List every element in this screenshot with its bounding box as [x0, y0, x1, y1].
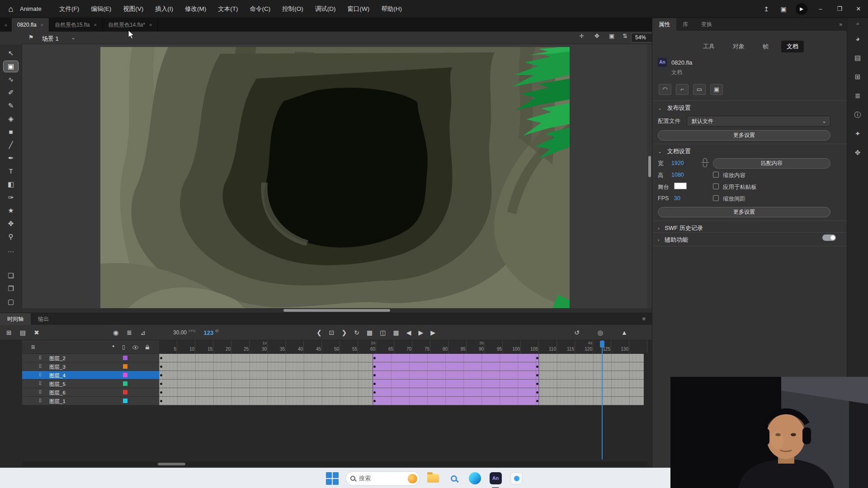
- share-icon[interactable]: ↥: [758, 5, 775, 13]
- color-wheel-icon[interactable]: ◕: [851, 33, 864, 45]
- layer-name[interactable]: 图层_3: [49, 364, 66, 371]
- profile-select[interactable]: 默认文件 ⌄: [687, 116, 830, 127]
- property-subtab[interactable]: 帧: [757, 41, 774, 52]
- layers-stack-icon[interactable]: ≣: [31, 344, 35, 350]
- keyframe-dot[interactable]: [373, 383, 376, 385]
- layer-row[interactable]: ▯ 图层_2: [22, 354, 159, 362]
- menu-item[interactable]: 视图(V): [117, 0, 149, 18]
- workspace-icon[interactable]: ▣: [775, 5, 792, 13]
- layer-outline-color[interactable]: [123, 390, 127, 394]
- keyframe-dot[interactable]: [373, 357, 376, 359]
- keyframe-dot[interactable]: [160, 383, 162, 385]
- next-frame-icon[interactable]: ▶: [430, 329, 435, 336]
- keyframe-dot[interactable]: [536, 357, 538, 359]
- quick-publish-icon[interactable]: ▶: [796, 3, 807, 15]
- play-icon[interactable]: ▶: [418, 329, 423, 336]
- hand-strip-icon[interactable]: ✥: [851, 146, 864, 159]
- pen-tool[interactable]: ✒: [4, 153, 18, 164]
- property-subtab[interactable]: 文档: [781, 41, 804, 52]
- menu-item[interactable]: 命令(C): [244, 0, 277, 18]
- rectangle-tool[interactable]: ■: [4, 127, 18, 137]
- document-tab[interactable]: 0820.fla ×: [12, 18, 49, 32]
- keyframe-dot[interactable]: [373, 400, 376, 402]
- layer-row[interactable]: ▯ 图层_6: [22, 388, 159, 397]
- publish-settings-header[interactable]: ⌄ 发布设置: [658, 104, 691, 112]
- menu-item[interactable]: 控制(O): [276, 0, 309, 18]
- pencil-tool[interactable]: ✎: [4, 100, 18, 111]
- taskbar-search[interactable]: 搜索: [345, 471, 420, 486]
- camera-icon[interactable]: ◉: [113, 329, 118, 336]
- property-subtab[interactable]: 工具: [698, 41, 720, 52]
- track-row[interactable]: [159, 388, 644, 397]
- more-tools[interactable]: …: [4, 244, 18, 255]
- line-tool[interactable]: ╱: [4, 140, 18, 150]
- align-icon[interactable]: ≣: [851, 89, 864, 102]
- keyframe-dot[interactable]: [160, 400, 162, 402]
- snap-align-icon[interactable]: ⌐: [676, 84, 689, 95]
- file-explorer-button[interactable]: [425, 471, 441, 486]
- collapse-panel-icon[interactable]: «: [0, 18, 12, 32]
- apply-pasteboard-checkbox[interactable]: [713, 183, 719, 189]
- layer-row[interactable]: ▯ 图层_3: [22, 362, 159, 371]
- insert-frame-icon[interactable]: ⊞: [6, 329, 12, 336]
- start-button[interactable]: [325, 471, 340, 486]
- hand-tool[interactable]: ✥: [4, 218, 18, 229]
- keyframe-dot[interactable]: [536, 391, 538, 394]
- keyframe-dot[interactable]: [160, 374, 162, 376]
- highlight-column-icon[interactable]: ●: [112, 344, 114, 348]
- playhead-handle[interactable]: [600, 341, 604, 347]
- menu-item[interactable]: 窗口(W): [342, 0, 376, 18]
- accessibility-header[interactable]: › 辅助功能: [658, 236, 688, 244]
- height-value[interactable]: 1080: [671, 172, 684, 178]
- width-value[interactable]: 1920: [671, 160, 684, 166]
- onion-skin-icon[interactable]: ▩: [367, 329, 373, 336]
- capture-app-button[interactable]: [509, 471, 524, 486]
- tween-span[interactable]: [373, 380, 539, 388]
- rotate-stage-icon[interactable]: ✥: [594, 33, 599, 39]
- panel-tab[interactable]: 属性: [652, 18, 676, 31]
- swatches-icon[interactable]: ▤: [851, 52, 864, 64]
- vertical-scroll-thumb[interactable]: [648, 156, 651, 177]
- close-button[interactable]: ✕: [849, 0, 868, 18]
- layer-name[interactable]: 图层_5: [49, 381, 66, 388]
- layer-name[interactable]: 图层_1: [49, 398, 66, 405]
- new-folder-icon[interactable]: ▤: [20, 329, 26, 336]
- zoom-tool[interactable]: ⚲: [4, 231, 18, 242]
- free-transform-tool[interactable]: ▣: [4, 61, 18, 72]
- marquee-icon[interactable]: ▢: [4, 296, 18, 307]
- scale-span-checkbox[interactable]: [713, 195, 719, 201]
- lasso-tool[interactable]: ∿: [4, 74, 18, 85]
- scene-chevron-icon[interactable]: ⌄: [71, 34, 75, 41]
- edit-scene-icon[interactable]: ⚑: [28, 34, 34, 41]
- document-more-settings-button[interactable]: 更多设置: [658, 207, 830, 217]
- animate-taskbar-button[interactable]: An: [488, 471, 503, 486]
- prev-frame-icon[interactable]: ◀: [406, 329, 411, 336]
- timeline-menu-icon[interactable]: ≡: [642, 313, 646, 325]
- search-app-button[interactable]: [446, 471, 462, 486]
- timeline-ruler[interactable]: 1s2s3s4s 5101520253035404550556065707580…: [159, 340, 647, 354]
- layer-row[interactable]: ▯ 图层_4: [22, 371, 159, 380]
- keyframe-dot[interactable]: [536, 374, 538, 376]
- tween-span[interactable]: [373, 362, 539, 371]
- accessibility-toggle[interactable]: [822, 235, 836, 241]
- eyedropper-tool[interactable]: ✑: [4, 192, 18, 203]
- expand-dock-icon[interactable]: »: [856, 21, 859, 26]
- current-frame-value[interactable]: 123: [204, 329, 214, 336]
- text-tool[interactable]: T: [4, 166, 18, 177]
- edge-button[interactable]: [467, 471, 482, 486]
- timeline-scroll-thumb[interactable]: [158, 463, 185, 465]
- menu-item[interactable]: 帮助(H): [375, 0, 408, 18]
- match-contents-button[interactable]: 匹配内容: [713, 158, 830, 169]
- track-row[interactable]: [159, 354, 644, 362]
- layer-row[interactable]: ▯ 图层_5: [22, 380, 159, 388]
- track-row[interactable]: [159, 362, 644, 371]
- asset-warp-tool[interactable]: ★: [4, 205, 18, 216]
- horizontal-scrollbar[interactable]: [22, 308, 652, 313]
- onion-outline-icon[interactable]: ◫: [380, 329, 386, 336]
- tween-span[interactable]: [373, 354, 539, 362]
- frame-graph-icon[interactable]: ⊿: [140, 329, 146, 336]
- timeline-tab[interactable]: 时间轴: [0, 313, 31, 325]
- layer-name[interactable]: 图层_2: [49, 355, 66, 362]
- layer-row[interactable]: ▯ 图层_1: [22, 397, 159, 405]
- clip-content-icon[interactable]: ▣: [609, 33, 614, 39]
